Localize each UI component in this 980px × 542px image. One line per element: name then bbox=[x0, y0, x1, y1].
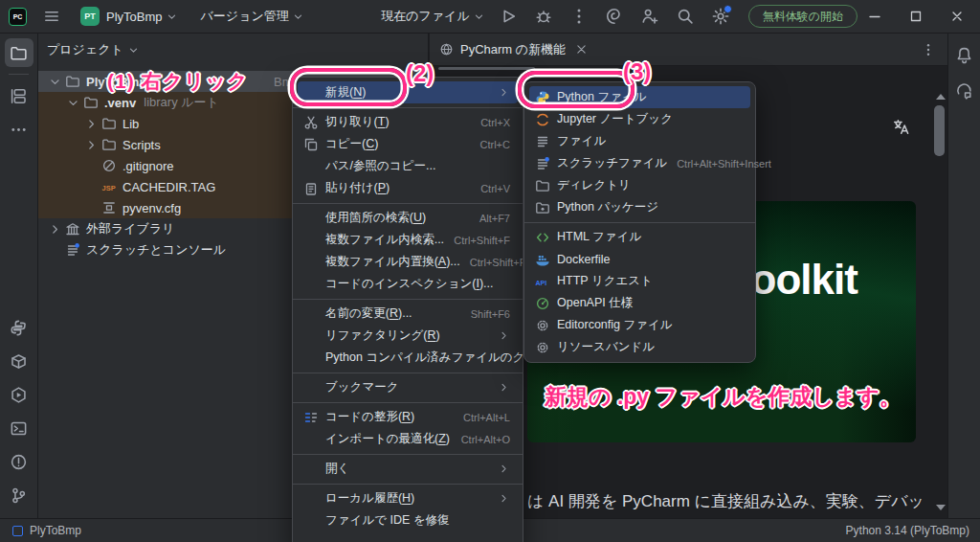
more-tools-glyph bbox=[10, 121, 28, 139]
context-menu-separator bbox=[293, 484, 523, 485]
services-icon[interactable] bbox=[5, 380, 33, 409]
new-submenu-item[interactable]: Python パッケージ bbox=[529, 196, 750, 218]
start-trial-button[interactable]: 無料体験の開始 bbox=[748, 5, 858, 28]
tree-item-label: PlyToBmp bbox=[86, 75, 146, 89]
maximize-icon[interactable] bbox=[908, 9, 924, 24]
gear-icon bbox=[535, 318, 550, 333]
version-control-icon[interactable] bbox=[5, 481, 33, 509]
new-submenu-item[interactable]: スクラッチファイルCtrl+Alt+Shift+Insert bbox=[529, 152, 750, 174]
new-submenu-item[interactable]: Jupyter ノートブック bbox=[529, 108, 750, 130]
context-menu-item[interactable]: 貼り付け(P)Ctrl+V bbox=[298, 177, 518, 199]
project-widget[interactable]: PlyToBmp bbox=[106, 10, 163, 24]
menu-item-label: 名前の変更(R)... bbox=[325, 305, 412, 322]
context-menu-item[interactable]: 複数ファイル内検索...Ctrl+Shift+F bbox=[298, 229, 518, 251]
run-configuration-widget[interactable]: 現在のファイル bbox=[381, 8, 470, 25]
context-menu-item[interactable]: コードのインスペクション(I)... bbox=[298, 273, 518, 295]
title-bar: PC PT PlyToBmp バージョン管理 現在のファイル 無料体験の開始 bbox=[0, 0, 980, 34]
context-menu-item[interactable]: 切り取り(T)Ctrl+X bbox=[298, 111, 518, 133]
menu-item-label: 貼り付け(P) bbox=[325, 180, 390, 196]
new-submenu-item[interactable]: Dockerfile bbox=[529, 248, 750, 270]
context-menu-item[interactable]: 複数ファイル内置換(A)...Ctrl+Shift+R bbox=[298, 251, 518, 273]
context-menu-item[interactable]: コピー(C)Ctrl+C bbox=[298, 133, 518, 155]
submenu-arrow-icon bbox=[498, 86, 510, 99]
no-icon bbox=[303, 306, 319, 322]
pycharm-logo-icon[interactable]: PC bbox=[9, 8, 27, 26]
project-folder-icon[interactable] bbox=[5, 38, 33, 67]
context-menu-separator bbox=[293, 402, 523, 403]
library-icon bbox=[65, 221, 80, 237]
main-menu-icon[interactable] bbox=[43, 8, 60, 25]
new-submenu-item[interactable]: リソースバンドル bbox=[529, 336, 750, 358]
chevron-down-icon bbox=[48, 75, 62, 89]
no-icon bbox=[303, 328, 319, 344]
menu-item-label: パス/参照のコピー... bbox=[325, 158, 435, 174]
context-menu-item[interactable]: ファイルで IDE を修復 bbox=[298, 509, 518, 531]
context-menu-item[interactable]: ローカル履歴(H) bbox=[298, 487, 518, 509]
notifications-bell-icon[interactable] bbox=[951, 41, 978, 68]
chevron-down-icon bbox=[66, 96, 80, 110]
close-icon[interactable] bbox=[575, 43, 588, 56]
ai-assistant-chat-icon[interactable] bbox=[951, 78, 978, 104]
debug-icon[interactable] bbox=[534, 7, 553, 26]
new-submenu-item[interactable]: ディレクトリ bbox=[529, 174, 750, 196]
context-menu-item[interactable]: 名前の変更(R)...Shift+F6 bbox=[298, 303, 518, 325]
new-submenu-item[interactable]: OpenAPI 仕様 bbox=[529, 292, 750, 314]
vcs-widget[interactable]: バージョン管理 bbox=[201, 8, 289, 25]
tab-whats-new[interactable]: PyCharm の新機能 bbox=[430, 34, 597, 65]
tree-item-label: pyvenv.cfg bbox=[122, 201, 181, 215]
context-menu-item[interactable]: ブックマーク bbox=[298, 376, 518, 398]
menu-item-label: Editorconfig ファイル bbox=[557, 317, 673, 333]
problems-icon[interactable] bbox=[5, 447, 33, 476]
html-icon bbox=[535, 230, 550, 245]
scrollbar-up-arrow[interactable] bbox=[936, 94, 946, 100]
menu-item-label: 複数ファイル内置換(A)... bbox=[325, 254, 460, 270]
menu-item-label: ファイルで IDE を修復 bbox=[325, 512, 450, 529]
new-submenu-item[interactable]: Editorconfig ファイル bbox=[529, 314, 750, 336]
more-actions-icon[interactable] bbox=[569, 7, 589, 26]
new-submenu-item[interactable]: ファイル bbox=[529, 130, 750, 152]
shortcut-label: Ctrl+Shift+F bbox=[444, 235, 510, 246]
context-menu-item[interactable]: 新規(N) bbox=[298, 81, 518, 103]
new-submenu-item[interactable]: APIHTTP リクエスト bbox=[529, 270, 750, 292]
interpreter-widget[interactable]: Python 3.14 (PlyToBmp) bbox=[846, 524, 969, 537]
code-with-me-icon[interactable] bbox=[640, 7, 659, 26]
scrollbar-thumb[interactable] bbox=[934, 105, 945, 156]
translate-icon[interactable] bbox=[892, 118, 910, 136]
no-icon bbox=[303, 350, 319, 366]
more-tools-icon[interactable] bbox=[5, 115, 33, 144]
scratch-icon bbox=[535, 156, 550, 171]
problems-glyph bbox=[10, 453, 28, 471]
no-icon bbox=[303, 277, 319, 292]
context-menu-item[interactable]: 開く bbox=[298, 458, 518, 480]
commit-icon[interactable] bbox=[5, 81, 33, 110]
editor-tab-bar: PyCharm の新機能 bbox=[430, 34, 947, 66]
no-icon bbox=[303, 159, 319, 174]
new-submenu-item[interactable]: HTML ファイル bbox=[529, 226, 750, 248]
close-icon[interactable] bbox=[949, 9, 965, 24]
more-vertical-icon[interactable] bbox=[921, 42, 936, 57]
submenu-arrow-icon bbox=[498, 329, 510, 342]
context-menu-item[interactable]: リファクタリング(R) bbox=[298, 325, 518, 347]
search-everywhere-icon[interactable] bbox=[676, 7, 695, 26]
minimize-icon[interactable] bbox=[867, 9, 882, 24]
project-panel-header[interactable]: プロジェクト bbox=[38, 34, 428, 66]
python-packages-icon[interactable] bbox=[5, 347, 33, 375]
new-submenu-item[interactable]: Python ファイル bbox=[529, 86, 750, 108]
terminal-icon[interactable] bbox=[5, 414, 33, 442]
context-menu-separator bbox=[293, 454, 523, 455]
context-menu-item[interactable]: コードの整形(R)Ctrl+Alt+L bbox=[298, 406, 518, 428]
ai-assistant-icon[interactable] bbox=[605, 7, 624, 26]
titlebar-actions bbox=[499, 7, 730, 26]
context-menu-item[interactable]: インポートの最適化(Z)Ctrl+Alt+O bbox=[298, 428, 518, 450]
scrollbar-down-arrow[interactable] bbox=[936, 505, 946, 510]
context-menu-item[interactable]: 使用箇所の検索(U)Alt+F7 bbox=[298, 207, 518, 229]
status-project-name[interactable]: PlyToBmp bbox=[30, 524, 81, 537]
settings-icon[interactable] bbox=[711, 7, 730, 26]
run-icon[interactable] bbox=[499, 7, 518, 26]
shortcut-label: Ctrl+Shift+R bbox=[460, 257, 523, 268]
no-chevron bbox=[84, 180, 99, 194]
project-avatar[interactable]: PT bbox=[80, 7, 100, 26]
python-console-icon[interactable] bbox=[5, 313, 33, 342]
context-menu-item[interactable]: Python コンパイル済みファイルのクリーン bbox=[298, 347, 518, 369]
context-menu-item[interactable]: パス/参照のコピー... bbox=[298, 155, 518, 177]
